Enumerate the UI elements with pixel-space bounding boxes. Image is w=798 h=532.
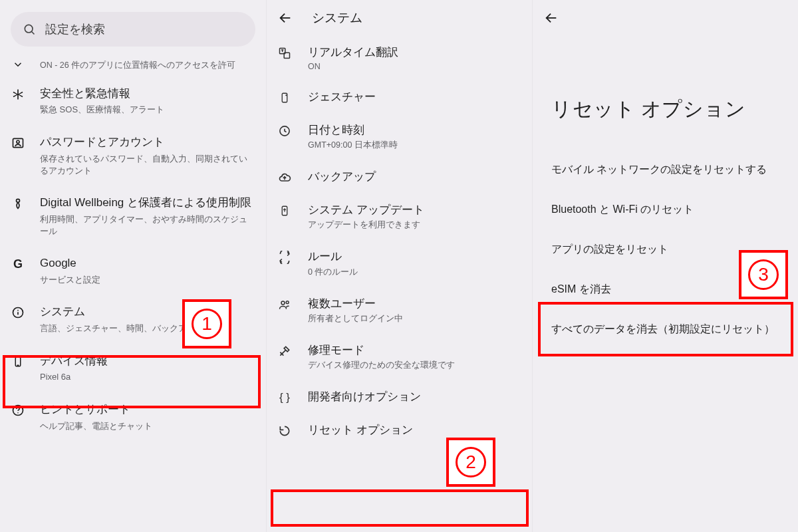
settings-row-passwords[interactable]: パスワードとアカウント 保存されているパスワード、自動入力、同期されているアカウ… [0, 126, 266, 186]
row-sub: 緊急 SOS、医療情報、アラート [40, 104, 254, 116]
row-title: システム アップデート [308, 203, 520, 217]
reset-item-erase-all[interactable]: すべてのデータを消去（初期設定にリセット） [533, 309, 798, 349]
svg-point-7 [17, 310, 19, 311]
sys-row-gesture[interactable]: ジェスチャー [267, 80, 532, 114]
gesture-icon [276, 90, 293, 104]
svg-point-11 [17, 412, 19, 414]
row-title: デバイス情報 [40, 354, 254, 369]
row-sub: ON [308, 62, 520, 71]
back-button[interactable] [273, 11, 297, 25]
search-placeholder: 設定を検索 [45, 21, 105, 37]
settings-pane: 設定を検索 ON - 26 件のアプリに位置情報へのアクセスを許可 安全性と緊急… [0, 0, 266, 532]
row-sub: アップデートを利用できます [308, 219, 520, 231]
row-title: 日付と時刻 [308, 123, 520, 138]
sys-row-datetime[interactable]: 日付と時刻 GMT+09:00 日本標準時 [267, 114, 532, 160]
repair-icon [276, 343, 293, 358]
row-title: 安全性と緊急情報 [40, 86, 254, 102]
reset-item-apps[interactable]: アプリの設定をリセット [533, 229, 798, 269]
settings-row-google[interactable]: G Google サービスと設定 [0, 247, 266, 295]
rules-icon [276, 249, 293, 264]
reset-options-pane: リセット オプション モバイル ネットワークの設定をリセットする Bluetoo… [532, 0, 798, 532]
chevron-down-icon [8, 57, 28, 70]
reset-item-network[interactable]: モバイル ネットワークの設定をリセットする [533, 150, 798, 190]
settings-row-wellbeing[interactable]: Digital Wellbeing と保護者による使用制限 利用時間、アプリタイ… [0, 186, 266, 247]
sys-row-translate[interactable]: リアルタイム翻訳 ON [267, 36, 532, 80]
system-pane: システム リアルタイム翻訳 ON ジェスチャー 日付と時刻 GMT+09:00 … [266, 0, 532, 532]
svg-point-19 [281, 301, 285, 305]
row-sub: GMT+09:00 日本標準時 [308, 140, 520, 151]
sys-row-repair[interactable]: 修理モード デバイス修理のための安全な環境です [267, 334, 532, 380]
reset-icon [276, 423, 293, 438]
row-sub: デバイス修理のための安全な環境です [308, 360, 520, 371]
settings-row-support[interactable]: ヒントとサポート ヘルプ記事、電話とチャット [0, 393, 266, 442]
row-title: 修理モード [308, 343, 520, 358]
pane-header [533, 0, 798, 36]
account-icon [8, 135, 28, 150]
pane-header: システム [267, 0, 532, 36]
row-title: リアルタイム翻訳 [308, 45, 520, 60]
reset-item-btwifi[interactable]: Bluetooth と Wi-Fi のリセット [533, 190, 798, 229]
collapsed-location-row[interactable]: ON - 26 件のアプリに位置情報へのアクセスを許可 [0, 52, 266, 77]
row-title: システム [40, 305, 254, 320]
row-sub: 利用時間、アプリタイマー、おやすみ時間のスケジュール [40, 213, 254, 237]
row-title: ヒントとサポート [40, 402, 254, 418]
row-title: リセット オプション [308, 423, 520, 438]
row-sub: 保存されているパスワード、自動入力、同期されているアカウント [40, 153, 254, 177]
translate-icon [276, 45, 293, 60]
row-sub: ヘルプ記事、電話とチャット [40, 420, 254, 432]
reset-item-esim[interactable]: eSIM を消去 [533, 269, 798, 309]
sys-row-update[interactable]: システム アップデート アップデートを利用できます [267, 194, 532, 240]
row-title: ルール [308, 249, 520, 264]
info-icon [8, 305, 28, 319]
google-icon: G [8, 256, 28, 271]
row-title: パスワードとアカウント [40, 135, 254, 150]
help-icon [8, 402, 28, 417]
sys-row-backup[interactable]: バックアップ [267, 160, 532, 194]
row-title: 開発者向けオプション [308, 390, 520, 404]
row-sub: 0 件のルール [308, 267, 520, 278]
row-sub: 言語、ジェスチャー、時間、バックアップ [40, 323, 254, 334]
svg-rect-15 [282, 93, 287, 102]
row-sub: サービスと設定 [40, 274, 254, 286]
update-icon [276, 203, 293, 217]
sys-row-users[interactable]: 複数ユーザー 所有者としてログイン中 [267, 287, 532, 334]
svg-point-20 [286, 301, 289, 303]
row-title: バックアップ [308, 170, 520, 184]
settings-row-system[interactable]: システム 言語、ジェスチャー、時間、バックアップ [0, 295, 266, 344]
row-sub: 所有者としてログイン中 [308, 313, 520, 325]
sys-row-dev[interactable]: { } 開発者向けオプション [267, 380, 532, 414]
sys-row-rules[interactable]: ルール 0 件のルール [267, 240, 532, 287]
svg-point-16 [285, 94, 287, 96]
settings-row-device[interactable]: デバイス情報 Pixel 6a [0, 344, 266, 393]
row-title: Digital Wellbeing と保護者による使用制限 [40, 196, 254, 211]
wellbeing-icon [8, 196, 28, 210]
svg-point-3 [17, 140, 19, 143]
search-icon [23, 23, 36, 36]
svg-line-1 [32, 32, 35, 35]
svg-point-0 [25, 25, 33, 33]
braces-icon: { } [276, 390, 293, 404]
clock-icon [276, 123, 293, 138]
phone-icon [8, 354, 28, 368]
pane-title: システム [312, 9, 362, 27]
back-button[interactable] [539, 11, 563, 25]
row-sub: Pixel 6a [40, 371, 254, 383]
highlight-reset-options [271, 489, 529, 527]
row-title: ジェスチャー [308, 90, 520, 104]
page-title: リセット オプション [533, 36, 798, 150]
row-title: 複数ユーザー [308, 297, 520, 311]
search-bar[interactable]: 設定を検索 [11, 12, 255, 47]
cloud-icon [276, 170, 293, 184]
sys-row-reset[interactable]: リセット オプション [267, 414, 532, 447]
users-icon [276, 297, 293, 311]
settings-row-safety[interactable]: 安全性と緊急情報 緊急 SOS、医療情報、アラート [0, 77, 266, 126]
row-title: Google [40, 256, 254, 271]
collapsed-sub: ON - 26 件のアプリに位置情報へのアクセスを許可 [40, 60, 254, 72]
asterisk-icon [8, 86, 28, 101]
